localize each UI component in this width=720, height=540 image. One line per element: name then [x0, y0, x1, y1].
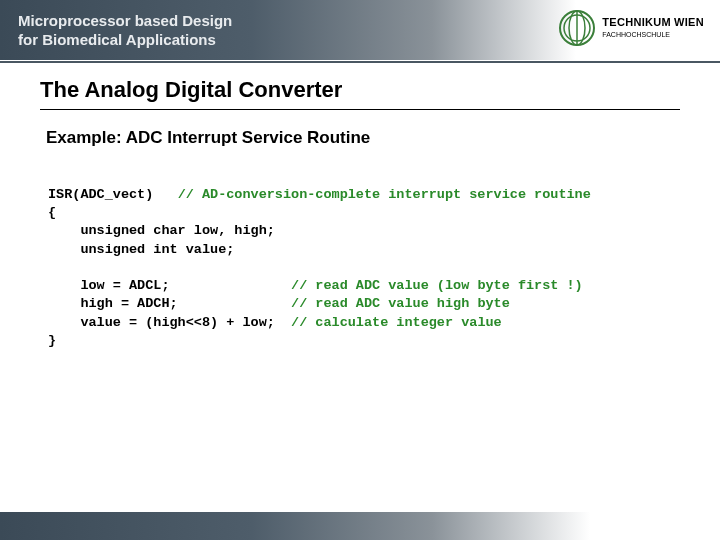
example-heading: Example: ADC Interrupt Service Routine [46, 128, 680, 148]
logo-text: TECHNIKUM WIEN FACHHOCHSCHULE [602, 17, 704, 39]
code-l5-comment: // read ADC value (low byte first !) [291, 278, 583, 293]
header-logo: TECHNIKUM WIEN FACHHOCHSCHULE [558, 9, 704, 47]
code-l4: unsigned int value; [48, 242, 234, 257]
code-l7-comment: // calculate integer value [291, 315, 502, 330]
logo-line1: TECHNIKUM [602, 16, 671, 28]
code-l2: { [48, 205, 56, 220]
code-l8: } [48, 333, 56, 348]
slide-title: The Analog Digital Converter [40, 77, 680, 103]
code-l3: unsigned char low, high; [48, 223, 275, 238]
header-title-line2: for Biomedical Applications [18, 31, 216, 48]
code-l7: value = (high<<8) + low; [48, 315, 291, 330]
code-l1-comment: // AD-conversion-complete interrupt serv… [178, 187, 591, 202]
header-title-line1: Microprocessor based Design [18, 12, 232, 29]
code-l1: ISR(ADC_vect) [48, 187, 178, 202]
logo-line2: WIEN [674, 16, 704, 28]
slide-content: The Analog Digital Converter Example: AD… [0, 63, 720, 360]
logo-small: FACHHOCHSCHULE [602, 31, 670, 38]
header-band: Microprocessor based Design for Biomedic… [0, 0, 720, 60]
header-title: Microprocessor based Design for Biomedic… [18, 11, 232, 50]
title-underline [40, 109, 680, 110]
footer-band [0, 512, 720, 540]
technikum-wien-logo-icon [558, 9, 596, 47]
code-block: ISR(ADC_vect) // AD-conversion-complete … [48, 186, 680, 350]
code-l5: low = ADCL; [48, 278, 291, 293]
code-l6-comment: // read ADC value high byte [291, 296, 510, 311]
code-l6: high = ADCH; [48, 296, 291, 311]
